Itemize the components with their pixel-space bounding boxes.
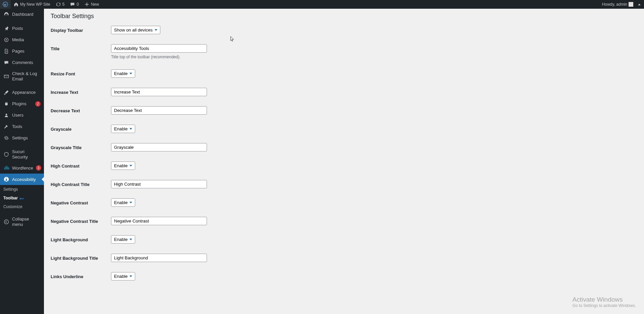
row-high-contrast-title: High Contrast Title: [51, 180, 637, 188]
new-content-link[interactable]: New: [82, 0, 102, 9]
input-increase-text[interactable]: [111, 88, 207, 96]
row-links-underline: Links Underline Enable: [51, 272, 637, 280]
row-negative-contrast-title: Negative Contrast Title: [51, 217, 637, 225]
chevron-down-icon: [129, 128, 132, 130]
row-resize-font: Resize Font Enable: [51, 69, 637, 78]
svg-point-6: [4, 220, 9, 224]
chevron-down-icon: [129, 165, 132, 167]
chevron-down-icon: [129, 73, 132, 74]
sidebar-item-posts[interactable]: Posts: [0, 23, 44, 34]
select-links-underline[interactable]: Enable: [111, 272, 135, 280]
svg-point-5: [6, 178, 7, 178]
sidebar-item-comments[interactable]: Comments: [0, 57, 44, 68]
row-light-background: Light Background Enable: [51, 235, 637, 244]
input-title[interactable]: [111, 44, 207, 53]
wordpress-icon: [3, 2, 8, 7]
label-grayscale: Grayscale: [51, 125, 111, 132]
accessibility-icon: [3, 176, 9, 182]
label-high-contrast-title: High Contrast Title: [51, 180, 111, 187]
avatar: [629, 2, 633, 7]
greeting-text: Howdy, admin: [602, 2, 627, 7]
sidebar-item-pages[interactable]: Pages: [0, 46, 44, 57]
select-light-background[interactable]: Enable: [111, 235, 135, 244]
label-high-contrast: High Contrast: [51, 162, 111, 169]
site-name-text: My New WP Site: [20, 2, 50, 7]
updates-link[interactable]: 5: [53, 0, 67, 9]
input-grayscale-title[interactable]: [111, 143, 207, 151]
page-icon: [3, 48, 9, 54]
label-decrease-text: Decrease Text: [51, 106, 111, 113]
content-area: Toolbar Settings Display Toolbar Show on…: [44, 9, 644, 314]
sidebar-item-check-log-email[interactable]: Check & Log Email: [0, 68, 44, 84]
plug-icon: [3, 101, 9, 107]
row-title: Title Title top of the toolbar (recommen…: [51, 44, 637, 59]
select-high-contrast[interactable]: Enable: [111, 162, 135, 170]
wrench-icon: [3, 124, 9, 130]
label-grayscale-title: Grayscale Title: [51, 143, 111, 150]
page-title: Toolbar Settings: [51, 13, 637, 20]
select-display-toolbar[interactable]: Show on all devices: [111, 26, 160, 34]
label-negative-contrast-title: Negative Contrast Title: [51, 217, 111, 224]
label-light-background: Light Background: [51, 235, 111, 242]
admin-sidebar: Dashboard Posts Media Pages Comments Che…: [0, 9, 44, 314]
sidebar-item-sucuri[interactable]: Sucuri Security: [0, 146, 44, 162]
sidebar-item-wordfence[interactable]: Wordfence3: [0, 162, 44, 174]
submenu-item-settings[interactable]: Settings: [0, 185, 44, 194]
sidebar-item-users[interactable]: Users: [0, 110, 44, 121]
sidebar-item-dashboard[interactable]: Dashboard: [0, 9, 44, 20]
wordfence-badge: 3: [36, 165, 41, 171]
comments-link[interactable]: 0: [67, 0, 82, 9]
help-title: Title top of the toolbar (recommended).: [111, 55, 269, 59]
chevron-down-icon: [129, 239, 132, 240]
user-icon: [3, 112, 9, 118]
chevron-down-icon: [129, 202, 132, 203]
home-icon: [13, 2, 19, 7]
site-name-link[interactable]: My New WP Site: [11, 0, 53, 9]
label-resize-font: Resize Font: [51, 69, 111, 76]
input-decrease-text[interactable]: [111, 106, 207, 115]
label-links-underline: Links Underline: [51, 272, 111, 279]
row-light-background-title: Light Background Title: [51, 254, 637, 262]
sidebar-item-tools[interactable]: Tools: [0, 121, 44, 132]
input-light-background-title[interactable]: [111, 254, 207, 262]
sidebar-item-media[interactable]: Media: [0, 34, 44, 46]
select-negative-contrast[interactable]: Enable: [111, 198, 135, 207]
input-high-contrast-title[interactable]: [111, 180, 207, 188]
input-negative-contrast-title[interactable]: [111, 217, 207, 225]
label-title: Title: [51, 44, 111, 51]
sidebar-item-settings[interactable]: Settings: [0, 132, 44, 144]
sidebar-item-accessibility[interactable]: Accessibility: [0, 174, 44, 185]
select-resize-font[interactable]: Enable: [111, 69, 135, 78]
updates-count: 5: [62, 2, 65, 7]
row-grayscale: Grayscale Enable: [51, 125, 637, 133]
admin-topbar: My New WP Site 5 0 New Howdy, admin: [0, 0, 644, 9]
plus-icon: [84, 2, 90, 7]
row-negative-contrast: Negative Contrast Enable: [51, 198, 637, 207]
media-icon: [3, 37, 9, 43]
label-increase-text: Increase Text: [51, 88, 111, 95]
windows-watermark: Activate Windows Go to Settings to activ…: [573, 296, 636, 308]
collapse-menu-button[interactable]: Collapse menu: [0, 214, 44, 230]
arrow-left-icon: 🠔: [19, 196, 24, 201]
new-label: New: [91, 2, 99, 7]
plugins-badge: 2: [35, 101, 41, 107]
gear-icon: [3, 135, 9, 141]
row-high-contrast: High Contrast Enable: [51, 162, 637, 170]
label-light-background-title: Light Background Title: [51, 254, 111, 261]
submenu-item-toolbar[interactable]: Toolbar🠔: [0, 194, 44, 202]
comments-count: 0: [76, 2, 79, 7]
label-display-toolbar: Display Toolbar: [51, 26, 111, 33]
svg-point-3: [6, 114, 7, 115]
sidebar-item-plugins[interactable]: Plugins2: [0, 98, 44, 110]
chevron-down-icon: [155, 29, 157, 31]
sidebar-item-appearance[interactable]: Appearance: [0, 87, 44, 98]
submenu-item-customize[interactable]: Customize: [0, 202, 44, 211]
row-increase-text: Increase Text: [51, 88, 637, 96]
account-link[interactable]: Howdy, admin: [599, 0, 636, 9]
select-grayscale[interactable]: Enable: [111, 125, 135, 133]
caret-up-icon: [638, 4, 641, 5]
mail-icon: [3, 73, 9, 79]
wp-logo[interactable]: [0, 0, 11, 9]
shield-icon: [3, 151, 9, 158]
comment-icon: [3, 60, 9, 66]
